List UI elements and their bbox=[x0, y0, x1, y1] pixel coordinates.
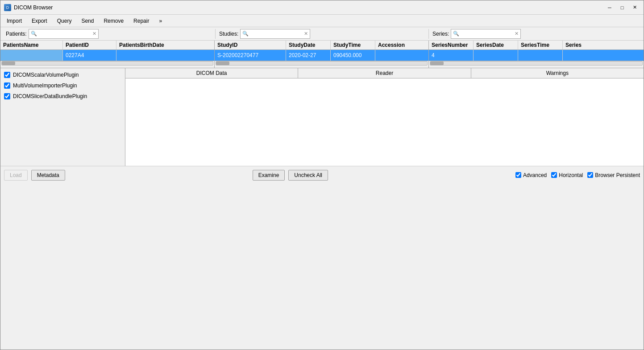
close-button[interactable]: ✕ bbox=[629, 3, 640, 12]
dicom-data-header-row: DICOM Data Reader Warnings bbox=[125, 68, 644, 78]
menu-query[interactable]: Query bbox=[53, 16, 76, 26]
search-bar: Patients: 🔍 ✕ Studies: 🔍 ✕ Series: 🔍 ✕ bbox=[0, 27, 644, 41]
table-row[interactable]: 0227A4 bbox=[0, 50, 214, 61]
app-icon: D bbox=[4, 4, 11, 11]
series-col-headers: SeriesNumber SeriesDate SeriesTime Serie… bbox=[429, 41, 644, 49]
patients-search-clear[interactable]: ✕ bbox=[92, 31, 96, 36]
patients-search-icon: 🔍 bbox=[31, 31, 37, 37]
metadata-button[interactable]: Metadata bbox=[31, 170, 65, 181]
cell-accession bbox=[375, 50, 420, 61]
menu-export[interactable]: Export bbox=[27, 16, 52, 26]
advanced-label: Advanced bbox=[523, 172, 547, 178]
col-header-accession[interactable]: Accession bbox=[375, 41, 420, 49]
reader-col: Reader bbox=[298, 68, 471, 78]
studies-search-clear[interactable]: ✕ bbox=[304, 31, 308, 36]
tables-header: PatientsName PatientID PatientsBirthDate… bbox=[0, 41, 644, 50]
table-row[interactable]: 4 bbox=[429, 50, 644, 61]
uncheck-all-button[interactable]: Uncheck All bbox=[288, 170, 328, 181]
studies-search-section: Studies: 🔍 ✕ bbox=[216, 29, 429, 39]
plugin-checkbox-2[interactable] bbox=[4, 93, 10, 99]
patients-search-section: Patients: 🔍 ✕ bbox=[2, 29, 216, 39]
col-header-seriesnumber[interactable]: SeriesNumber bbox=[429, 41, 474, 49]
col-header-patientsbirthdate[interactable]: PatientsBirthDate bbox=[116, 41, 188, 49]
patients-col-headers: PatientsName PatientID PatientsBirthDate bbox=[0, 41, 215, 49]
maximize-button[interactable]: □ bbox=[617, 3, 627, 12]
warnings-col: Warnings bbox=[471, 68, 644, 78]
plugin-item-2: DICOMSlicerDataBundlePlugin bbox=[4, 93, 121, 99]
plugin-item-0: DICOMScalarVolumePlugin bbox=[4, 72, 121, 78]
browser-persistent-checkbox[interactable] bbox=[587, 172, 593, 178]
patients-scrollbar[interactable] bbox=[0, 61, 215, 68]
menu-import[interactable]: Import bbox=[2, 16, 26, 26]
cell-seriestime bbox=[518, 50, 563, 61]
studies-scrollbar[interactable] bbox=[215, 61, 429, 68]
plugin-label-0: DICOMScalarVolumePlugin bbox=[13, 72, 79, 78]
patients-table-body: 0227A4 bbox=[0, 50, 215, 61]
series-scrollbar-track[interactable] bbox=[430, 61, 643, 66]
cell-series bbox=[563, 50, 598, 61]
dicom-data-col: DICOM Data bbox=[125, 68, 298, 78]
patients-search-input[interactable] bbox=[38, 31, 91, 37]
studies-table-body: S-202002270477 2020-02-27 090450.000 bbox=[215, 50, 429, 61]
col-header-seriestime[interactable]: SeriesTime bbox=[518, 41, 563, 49]
menu-more[interactable]: » bbox=[154, 16, 166, 26]
patients-label: Patients: bbox=[6, 31, 27, 37]
series-search-section: Series: 🔍 ✕ bbox=[429, 29, 642, 39]
horizontal-checkbox-label[interactable]: Horizontal bbox=[551, 172, 583, 178]
series-label: Series: bbox=[432, 31, 449, 37]
bottom-area: DICOMScalarVolumePlugin MultiVolumeImpor… bbox=[0, 68, 644, 166]
scrollbar-row bbox=[0, 61, 644, 68]
menu-send[interactable]: Send bbox=[77, 16, 98, 26]
studies-scrollbar-track[interactable] bbox=[216, 61, 428, 66]
horizontal-checkbox[interactable] bbox=[551, 172, 557, 178]
app-title: DICOM Browser bbox=[14, 4, 604, 11]
title-bar: D DICOM Browser ─ □ ✕ bbox=[0, 0, 644, 15]
col-header-patientid[interactable]: PatientID bbox=[63, 41, 116, 49]
series-search-clear[interactable]: ✕ bbox=[515, 31, 519, 36]
menu-remove[interactable]: Remove bbox=[99, 16, 128, 26]
menu-bar: Import Export Query Send Remove Repair » bbox=[0, 15, 644, 27]
dicom-data-body bbox=[125, 78, 644, 166]
browser-persistent-label: Browser Persistent bbox=[595, 172, 640, 178]
patients-search-wrap: 🔍 ✕ bbox=[29, 29, 99, 39]
cell-studydate: 2020-02-27 bbox=[286, 50, 331, 61]
footer-right: Advanced Horizontal Browser Persistent bbox=[515, 172, 640, 178]
col-header-studyid[interactable]: StudyID bbox=[215, 41, 286, 49]
series-search-wrap: 🔍 ✕ bbox=[451, 29, 521, 39]
col-header-studytime[interactable]: StudyTime bbox=[331, 41, 375, 49]
browser-persistent-checkbox-label[interactable]: Browser Persistent bbox=[587, 172, 640, 178]
plugin-label-2: DICOMSlicerDataBundlePlugin bbox=[13, 93, 87, 99]
col-header-patientsname[interactable]: PatientsName bbox=[0, 41, 63, 49]
series-scrollbar[interactable] bbox=[429, 61, 644, 68]
cell-studyid: S-202002270477 bbox=[215, 50, 286, 61]
advanced-checkbox-label[interactable]: Advanced bbox=[515, 172, 547, 178]
cell-seriesnumber: 4 bbox=[429, 50, 474, 61]
examine-button[interactable]: Examine bbox=[253, 170, 285, 181]
studies-search-icon: 🔍 bbox=[242, 31, 249, 37]
studies-search-wrap: 🔍 ✕ bbox=[240, 29, 310, 39]
cell-patientid: 0227A4 bbox=[63, 50, 116, 61]
minimize-button[interactable]: ─ bbox=[604, 3, 615, 12]
patients-scrollbar-track[interactable] bbox=[1, 61, 213, 66]
col-header-seriesdate[interactable]: SeriesDate bbox=[474, 41, 518, 49]
studies-label: Studies: bbox=[219, 31, 238, 37]
series-table-body: 4 bbox=[429, 50, 644, 61]
col-header-studydate[interactable]: StudyDate bbox=[286, 41, 331, 49]
studies-col-headers: StudyID StudyDate StudyTime Accession bbox=[215, 41, 429, 49]
advanced-checkbox[interactable] bbox=[515, 172, 521, 178]
studies-search-input[interactable] bbox=[249, 31, 303, 37]
plugin-checkbox-1[interactable] bbox=[4, 82, 10, 89]
col-header-series[interactable]: Series bbox=[563, 41, 598, 49]
table-row[interactable]: S-202002270477 2020-02-27 090450.000 bbox=[215, 50, 428, 61]
plugins-panel: DICOMScalarVolumePlugin MultiVolumeImpor… bbox=[0, 68, 125, 166]
load-button[interactable]: Load bbox=[4, 170, 28, 181]
menu-repair[interactable]: Repair bbox=[129, 16, 154, 26]
patients-scrollbar-thumb bbox=[2, 62, 15, 65]
plugin-item-1: MultiVolumeImporterPlugin bbox=[4, 82, 121, 89]
series-scrollbar-thumb bbox=[430, 62, 444, 65]
plugin-checkbox-0[interactable] bbox=[4, 72, 10, 78]
series-search-input[interactable] bbox=[460, 31, 514, 37]
plugin-label-1: MultiVolumeImporterPlugin bbox=[13, 82, 77, 89]
cell-patientsname bbox=[0, 50, 63, 61]
cell-patientsbirthdate bbox=[116, 50, 188, 61]
